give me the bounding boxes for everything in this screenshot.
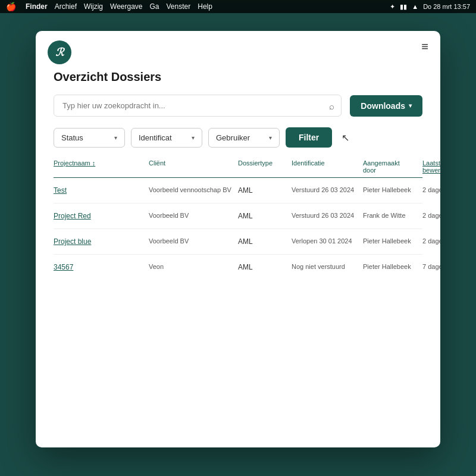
aangemaakt-cell: Frank de Witte xyxy=(363,212,422,219)
table-row: TestVoorbeeld vennootschap BVAMLVerstuur… xyxy=(54,178,422,203)
menubar: 🍎 Finder Archief Wijzig Weergave Ga Vens… xyxy=(0,0,476,13)
identificatie-filter-label: Identificat xyxy=(139,133,172,142)
gebruiker-filter-label: Gebruiker xyxy=(216,133,250,142)
col-identificatie: Identificatie xyxy=(292,159,363,174)
dossiertype-cell: AML xyxy=(238,263,292,271)
filter-button[interactable]: Filter xyxy=(286,127,332,148)
bewerking-cell: 7 dagen geleden xyxy=(422,263,440,270)
identificatie-cell: Verlopen 30 01 2024 xyxy=(292,237,363,245)
identificatie-chevron-icon: ▾ xyxy=(192,134,195,141)
downloads-label: Downloads xyxy=(361,101,405,111)
identificatie-filter[interactable]: Identificat ▾ xyxy=(131,128,202,148)
downloads-button[interactable]: Downloads ▾ xyxy=(350,95,422,117)
project-link[interactable]: Project blue xyxy=(54,237,149,246)
menubar-weergave[interactable]: Weergave xyxy=(110,2,142,11)
dossiertype-cell: AML xyxy=(238,237,292,246)
search-row: ⌕ Downloads ▾ xyxy=(54,95,422,117)
downloads-chevron-icon: ▾ xyxy=(409,102,412,109)
window-content: Overzicht Dossiers ⌕ Downloads ▾ Status … xyxy=(36,64,440,298)
status-chevron-icon: ▾ xyxy=(114,134,117,141)
main-window: ℛ ≡ Overzicht Dossiers ⌕ Downloads ▾ Sta… xyxy=(36,31,440,447)
table-row: 34567VeonAMLNog niet verstuurdPieter Hal… xyxy=(54,255,422,280)
bewerking-cell: 2 dagen geleden xyxy=(422,237,440,245)
identificatie-cell: Verstuurd 26 03 2024 xyxy=(292,212,363,219)
col-dossiertype: Dossiertype xyxy=(238,159,292,174)
bewerking-cell: 2 dagen geleden xyxy=(422,186,440,193)
project-link[interactable]: Project Red xyxy=(54,212,149,220)
aangemaakt-cell: Pieter Hallebeek xyxy=(363,186,422,193)
search-input[interactable] xyxy=(54,95,342,117)
menubar-ga[interactable]: Ga xyxy=(150,2,159,11)
col-bewerking[interactable]: Laatstebewerking ↕ xyxy=(422,159,440,174)
menubar-archief[interactable]: Archief xyxy=(55,2,77,11)
status-filter-label: Status xyxy=(61,133,83,142)
table-row: Project RedVoorbeeld BVAMLVerstuurd 26 0… xyxy=(54,203,422,229)
table-header: Projectnaam ↕ Cliënt Dossiertype Identif… xyxy=(54,159,422,178)
col-projectnaam[interactable]: Projectnaam ↕ xyxy=(54,159,149,174)
col-aangemaakt: Aangemaaktdoor xyxy=(363,159,422,174)
bewerking-cell: 2 dagen geleden xyxy=(422,212,440,219)
data-table: Projectnaam ↕ Cliënt Dossiertype Identif… xyxy=(54,159,422,280)
search-container: ⌕ xyxy=(54,95,342,117)
window-header: ℛ ≡ xyxy=(36,31,440,64)
project-link[interactable]: Test xyxy=(54,186,149,195)
menubar-wijzig[interactable]: Wijzig xyxy=(84,2,103,11)
wifi-icon: ▲ xyxy=(412,3,418,10)
menubar-venster[interactable]: Venster xyxy=(167,2,191,11)
aangemaakt-cell: Pieter Hallebeek xyxy=(363,237,422,245)
cursor-icon: ↖ xyxy=(342,132,349,143)
table-row: Project blueVoorbeeld BVAMLVerlopen 30 0… xyxy=(54,229,422,255)
dossiertype-cell: AML xyxy=(238,186,292,195)
client-cell: Voorbeeld BV xyxy=(149,212,238,219)
hamburger-menu-icon[interactable]: ≡ xyxy=(421,40,428,52)
apple-menu-icon[interactable]: 🍎 xyxy=(6,2,16,11)
datetime: Do 28 mrt 13:57 xyxy=(423,3,470,10)
menubar-right: ✦ ▮▮ ▲ Do 28 mrt 13:57 xyxy=(390,3,470,11)
status-filter[interactable]: Status ▾ xyxy=(54,128,125,148)
client-cell: Veon xyxy=(149,263,238,270)
client-cell: Voorbeeld vennootschap BV xyxy=(149,186,238,193)
table-body: TestVoorbeeld vennootschap BVAMLVerstuur… xyxy=(54,178,422,280)
search-icon: ⌕ xyxy=(329,101,334,111)
filter-row: Status ▾ Identificat ▾ Gebruiker ▾ Filte… xyxy=(54,127,422,148)
app-logo: ℛ xyxy=(48,40,71,64)
identificatie-cell: Verstuurd 26 03 2024 xyxy=(292,186,363,193)
dossiertype-cell: AML xyxy=(238,212,292,220)
battery-indicator: ▮▮ xyxy=(400,3,407,11)
menubar-help[interactable]: Help xyxy=(198,2,212,11)
bluetooth-icon: ✦ xyxy=(390,3,395,11)
client-cell: Voorbeeld BV xyxy=(149,237,238,245)
col-client: Cliënt xyxy=(149,159,238,174)
aangemaakt-cell: Pieter Hallebeek xyxy=(363,263,422,270)
identificatie-cell: Nog niet verstuurd xyxy=(292,263,363,270)
gebruiker-chevron-icon: ▾ xyxy=(269,134,272,141)
gebruiker-filter[interactable]: Gebruiker ▾ xyxy=(208,128,280,148)
page-title: Overzicht Dossiers xyxy=(54,70,422,84)
project-link[interactable]: 34567 xyxy=(54,263,149,271)
menubar-finder[interactable]: Finder xyxy=(26,2,48,11)
